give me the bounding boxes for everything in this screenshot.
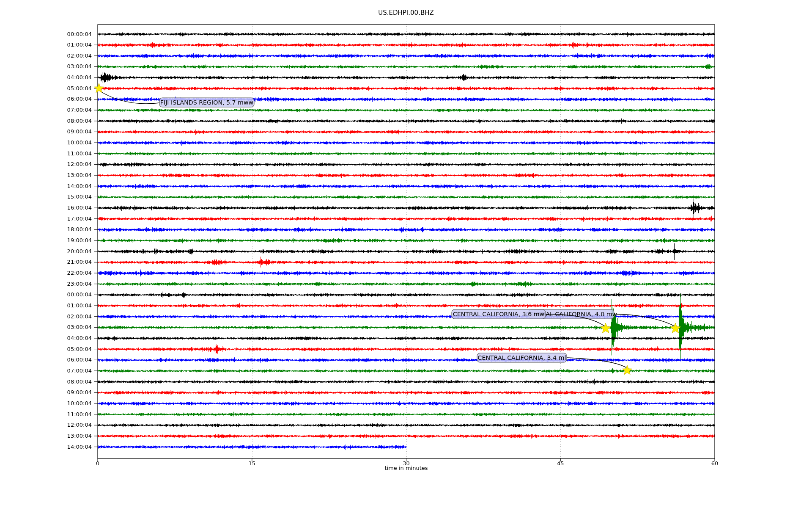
y-axis-tick-label: 12:00:04	[24, 422, 92, 428]
y-axis-tick-label: 19:00:04	[24, 237, 92, 244]
x-axis-tick-label: 30	[394, 460, 419, 467]
y-axis-tick-label: 05:00:04	[24, 85, 92, 92]
y-axis-tick-label: 13:00:04	[24, 433, 92, 439]
y-axis-tick-label: 07:00:04	[24, 367, 92, 374]
y-axis-tick-label: 18:00:04	[24, 226, 92, 233]
y-axis-tick-label: 06:00:04	[24, 96, 92, 102]
y-axis-tick-label: 08:00:04	[24, 118, 92, 124]
y-axis-tick-label: 23:00:04	[24, 281, 92, 287]
plot-frame	[98, 25, 715, 458]
annotation-leader-line	[102, 92, 159, 104]
y-axis-tick-label: 15:00:04	[24, 193, 92, 200]
y-axis-tick-label: 04:00:04	[24, 74, 92, 81]
y-axis-tick-label: 14:00:04	[24, 444, 92, 450]
y-axis-tick-label: 20:00:04	[24, 248, 92, 255]
y-axis-tick-label: 21:00:04	[24, 259, 92, 265]
seismogram-dayplot: CENTRAL CALIFORNIA, 4.0 mwFIJI ISLANDS R…	[0, 0, 812, 508]
y-axis-tick-label: 12:00:04	[24, 161, 92, 168]
y-axis-tick-label: 01:00:04	[24, 302, 92, 309]
y-axis-tick-label: 03:00:04	[24, 63, 92, 70]
event-annotation-label: CENTRAL CALIFORNIA, 3.6 mw	[453, 311, 544, 318]
x-axis-tick-label: 15	[239, 460, 265, 467]
x-axis-tick-label: 45	[548, 460, 573, 467]
y-axis-tick-label: 01:00:04	[24, 41, 92, 48]
y-axis-tick-label: 08:00:04	[24, 378, 92, 385]
y-axis-tick-label: 13:00:04	[24, 172, 92, 179]
y-axis-tick-label: 04:00:04	[24, 335, 92, 342]
annotation-leader-line	[567, 358, 627, 368]
y-axis-tick-label: 11:00:04	[24, 150, 92, 157]
annotation-leader-line	[614, 314, 674, 326]
y-axis-tick-label: 16:00:04	[24, 204, 92, 211]
y-axis-tick-label: 11:00:04	[24, 411, 92, 418]
y-axis-tick-label: 09:00:04	[24, 128, 92, 135]
y-axis-tick-label: 03:00:04	[24, 324, 92, 331]
event-star-icon	[623, 365, 632, 375]
y-axis-tick-label: 05:00:04	[24, 346, 92, 353]
event-star-icon	[94, 83, 104, 93]
y-axis-tick-label: 17:00:04	[24, 215, 92, 222]
event-annotation-label: FIJI ISLANDS REGION, 5.7 mww	[160, 99, 253, 106]
y-axis-tick-label: 00:00:04	[24, 31, 92, 38]
y-axis-tick-label: 07:00:04	[24, 107, 92, 113]
y-axis-tick-label: 10:00:04	[24, 400, 92, 407]
y-axis-tick-label: 09:00:04	[24, 389, 92, 396]
plot-title: US.EDHPI.00.BHZ	[0, 9, 812, 17]
y-axis-tick-label: 14:00:04	[24, 183, 92, 190]
x-axis-tick-label: 0	[85, 460, 110, 467]
y-axis-tick-label: 22:00:04	[24, 270, 92, 276]
x-axis-tick-label: 60	[702, 460, 727, 467]
y-axis-tick-label: 02:00:04	[24, 52, 92, 59]
y-axis-tick-label: 00:00:04	[24, 291, 92, 298]
y-axis-tick-label: 10:00:04	[24, 139, 92, 146]
y-axis-tick-label: 06:00:04	[24, 356, 92, 363]
event-annotation-label: CENTRAL CALIFORNIA, 3.4 ml	[478, 354, 566, 361]
y-axis-ticks	[94, 34, 98, 447]
plot-overlay: CENTRAL CALIFORNIA, 4.0 mwFIJI ISLANDS R…	[0, 0, 812, 508]
y-axis-tick-label: 02:00:04	[24, 313, 92, 320]
